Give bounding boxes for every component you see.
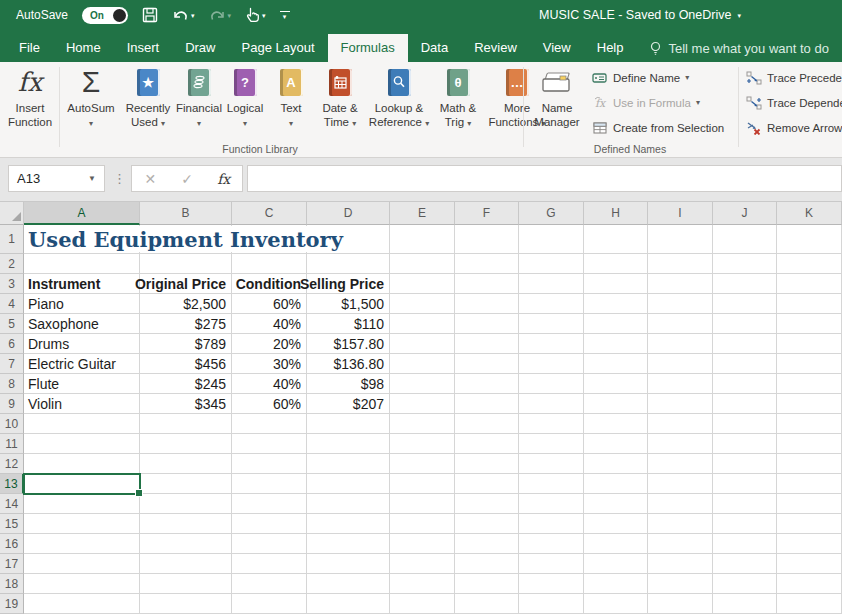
cell-G9[interactable] bbox=[519, 394, 584, 414]
function-library-text-button[interactable]: AText▾ bbox=[268, 65, 314, 145]
formula-bar-input[interactable] bbox=[247, 165, 842, 192]
column-header-G[interactable]: G bbox=[519, 202, 584, 225]
cell-C6[interactable]: 20% bbox=[232, 334, 307, 354]
cell-I3[interactable] bbox=[648, 274, 713, 294]
row-header-18[interactable]: 18 bbox=[0, 574, 24, 594]
cell-H17[interactable] bbox=[584, 554, 648, 574]
cell-E19[interactable] bbox=[390, 594, 455, 614]
cell-F4[interactable] bbox=[455, 294, 519, 314]
document-title[interactable]: MUSIC SALE - Saved to OneDrive ▾ bbox=[460, 0, 820, 30]
cell-H5[interactable] bbox=[584, 314, 648, 334]
cell-A15[interactable] bbox=[24, 514, 140, 534]
cell-F15[interactable] bbox=[455, 514, 519, 534]
cell-E9[interactable] bbox=[390, 394, 455, 414]
cell-E3[interactable] bbox=[390, 274, 455, 294]
cell-K15[interactable] bbox=[777, 514, 842, 534]
cell-C17[interactable] bbox=[232, 554, 307, 574]
tab-home[interactable]: Home bbox=[53, 34, 114, 62]
function-library-financial-button[interactable]: Financial▾ bbox=[176, 65, 222, 145]
cell-D9[interactable]: $207 bbox=[307, 394, 390, 414]
cell-D12[interactable] bbox=[307, 454, 390, 474]
tab-page-layout[interactable]: Page Layout bbox=[229, 34, 328, 62]
cell-I2[interactable] bbox=[648, 254, 713, 274]
cell-A6[interactable]: Drums bbox=[24, 334, 140, 354]
cell-F3[interactable] bbox=[455, 274, 519, 294]
cell-F11[interactable] bbox=[455, 434, 519, 454]
cell-F1[interactable] bbox=[455, 225, 519, 254]
cell-I4[interactable] bbox=[648, 294, 713, 314]
cell-C9[interactable]: 60% bbox=[232, 394, 307, 414]
cell-I19[interactable] bbox=[648, 594, 713, 614]
cell-H7[interactable] bbox=[584, 354, 648, 374]
name-box-dropdown-icon[interactable]: ▼ bbox=[88, 174, 96, 183]
cell-F16[interactable] bbox=[455, 534, 519, 554]
cell-I10[interactable] bbox=[648, 414, 713, 434]
tab-formulas[interactable]: Formulas bbox=[328, 34, 408, 62]
create-from-selection-button[interactable]: Create from Selection bbox=[592, 115, 737, 140]
cell-B7[interactable]: $456 bbox=[140, 354, 232, 374]
title-dropdown-icon[interactable]: ▾ bbox=[737, 12, 741, 19]
cell-C8[interactable]: 40% bbox=[232, 374, 307, 394]
cell-F9[interactable] bbox=[455, 394, 519, 414]
cell-G14[interactable] bbox=[519, 494, 584, 514]
cell-G19[interactable] bbox=[519, 594, 584, 614]
cell-A3[interactable]: Instrument bbox=[24, 274, 140, 294]
cell-H3[interactable] bbox=[584, 274, 648, 294]
cell-K12[interactable] bbox=[777, 454, 842, 474]
column-header-D[interactable]: D bbox=[307, 202, 390, 225]
function-library-recently-button[interactable]: ★RecentlyUsed ▾ bbox=[122, 65, 174, 145]
cell-E16[interactable] bbox=[390, 534, 455, 554]
row-header-17[interactable]: 17 bbox=[0, 554, 24, 574]
cell-I8[interactable] bbox=[648, 374, 713, 394]
function-library-logical-button[interactable]: ?Logical▾ bbox=[224, 65, 266, 145]
cell-C3[interactable]: Condition bbox=[232, 274, 307, 294]
cell-A7[interactable]: Electric Guitar bbox=[24, 354, 140, 374]
cell-C16[interactable] bbox=[232, 534, 307, 554]
cell-D17[interactable] bbox=[307, 554, 390, 574]
cell-D5[interactable]: $110 bbox=[307, 314, 390, 334]
cell-I11[interactable] bbox=[648, 434, 713, 454]
cell-F14[interactable] bbox=[455, 494, 519, 514]
cell-A8[interactable]: Flute bbox=[24, 374, 140, 394]
cell-G6[interactable] bbox=[519, 334, 584, 354]
cell-J11[interactable] bbox=[713, 434, 777, 454]
cell-C12[interactable] bbox=[232, 454, 307, 474]
cell-E17[interactable] bbox=[390, 554, 455, 574]
cell-E10[interactable] bbox=[390, 414, 455, 434]
cell-F7[interactable] bbox=[455, 354, 519, 374]
cell-I12[interactable] bbox=[648, 454, 713, 474]
cell-F12[interactable] bbox=[455, 454, 519, 474]
redo-button[interactable]: ▾ bbox=[209, 8, 232, 23]
cell-E2[interactable] bbox=[390, 254, 455, 274]
cell-D19[interactable] bbox=[307, 594, 390, 614]
tab-data[interactable]: Data bbox=[408, 34, 461, 62]
cell-I15[interactable] bbox=[648, 514, 713, 534]
cell-K2[interactable] bbox=[777, 254, 842, 274]
cell-K4[interactable] bbox=[777, 294, 842, 314]
cell-K11[interactable] bbox=[777, 434, 842, 454]
row-header-12[interactable]: 12 bbox=[0, 454, 24, 474]
cell-K19[interactable] bbox=[777, 594, 842, 614]
cell-B13[interactable] bbox=[140, 474, 232, 494]
cell-H13[interactable] bbox=[584, 474, 648, 494]
name-manager-button[interactable]: Name Manager bbox=[527, 65, 587, 145]
cell-A2[interactable] bbox=[24, 254, 140, 274]
cell-F18[interactable] bbox=[455, 574, 519, 594]
column-header-E[interactable]: E bbox=[390, 202, 455, 225]
cell-I16[interactable] bbox=[648, 534, 713, 554]
cell-I6[interactable] bbox=[648, 334, 713, 354]
column-header-C[interactable]: C bbox=[232, 202, 307, 225]
cell-B9[interactable]: $345 bbox=[140, 394, 232, 414]
cell-E12[interactable] bbox=[390, 454, 455, 474]
function-library-autosum-button[interactable]: ΣAutoSum▾ bbox=[62, 65, 120, 145]
touch-mode-dropdown-icon[interactable]: ▾ bbox=[262, 12, 266, 19]
cell-B4[interactable]: $2,500 bbox=[140, 294, 232, 314]
cell-E18[interactable] bbox=[390, 574, 455, 594]
cell-F6[interactable] bbox=[455, 334, 519, 354]
cell-E6[interactable] bbox=[390, 334, 455, 354]
cell-F8[interactable] bbox=[455, 374, 519, 394]
cell-C11[interactable] bbox=[232, 434, 307, 454]
undo-dropdown-icon[interactable]: ▾ bbox=[191, 12, 195, 19]
cell-D14[interactable] bbox=[307, 494, 390, 514]
cell-K6[interactable] bbox=[777, 334, 842, 354]
